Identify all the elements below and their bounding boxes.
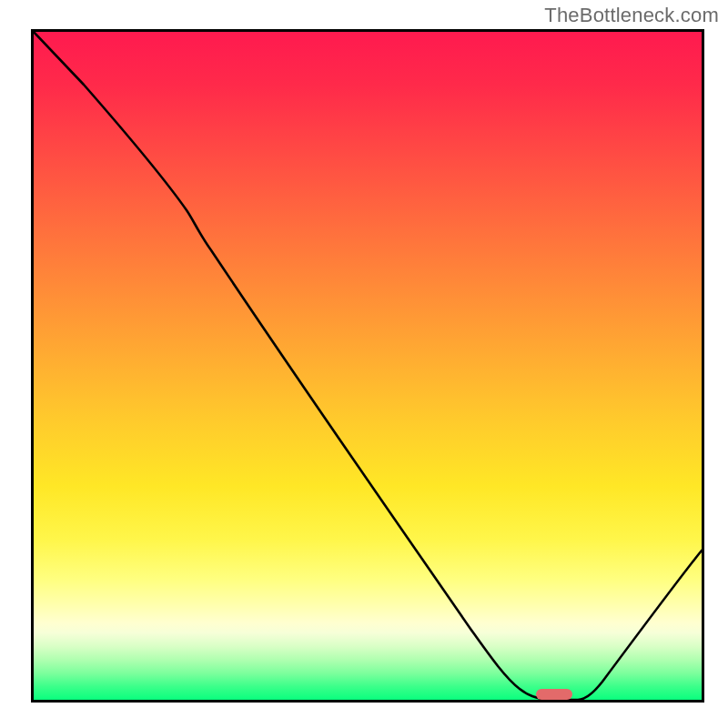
watermark: TheBottleneck.com — [544, 4, 719, 27]
figure-wrap: TheBottleneck.com — [0, 0, 728, 728]
plot-area — [31, 29, 704, 703]
curve-path — [34, 32, 702, 700]
bottleneck-curve — [34, 32, 702, 700]
optimal-pill — [536, 689, 572, 700]
